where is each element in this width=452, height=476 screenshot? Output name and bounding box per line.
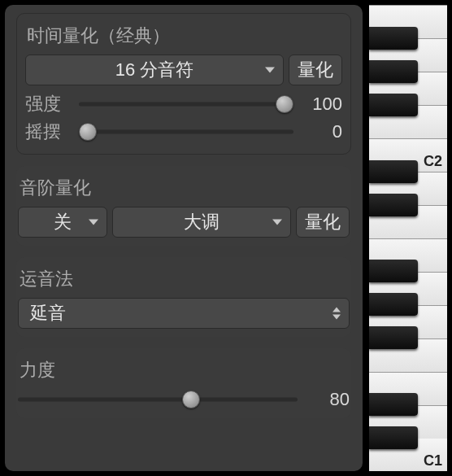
velocity-row: 80 (18, 389, 350, 410)
scale-quantize-section: 音阶量化 关 大调 量化 (16, 166, 351, 246)
time-quantize-row: 16 分音符 量化 (25, 55, 342, 85)
piano-black-key[interactable] (369, 160, 418, 183)
chevron-down-icon (265, 68, 275, 73)
scale-root-value: 关 (54, 210, 72, 234)
piano-black-key[interactable] (369, 94, 418, 116)
piano-black-key[interactable] (369, 293, 418, 316)
strength-slider[interactable] (79, 94, 293, 114)
articulation-value: 延音 (30, 301, 66, 325)
strength-label: 强度 (25, 92, 71, 116)
inspector-panel: 时间量化（经典） 16 分音符 量化 强度 100 摇 (5, 5, 363, 471)
strength-value: 100 (302, 94, 342, 115)
time-quantize-resolution-value: 16 分音符 (115, 58, 194, 82)
piano-black-key[interactable] (369, 194, 418, 216)
piano-keyboard[interactable]: C1C2 (369, 5, 447, 471)
time-quantize-button[interactable]: 量化 (289, 55, 342, 85)
scale-quantize-row: 关 大调 量化 (18, 207, 350, 238)
articulation-dropdown[interactable]: 延音 (18, 298, 350, 329)
velocity-value: 80 (309, 389, 350, 410)
scale-quantize-button[interactable]: 量化 (296, 207, 350, 238)
swing-value: 0 (302, 121, 342, 142)
piano-black-key[interactable] (369, 426, 418, 449)
swing-label: 摇摆 (25, 120, 71, 144)
chevron-down-icon (272, 220, 282, 225)
time-quantize-title: 时间量化（经典） (27, 24, 341, 48)
piano-black-key[interactable] (369, 260, 418, 282)
strength-row: 强度 100 (25, 90, 342, 118)
piano-black-key[interactable] (369, 393, 418, 416)
scale-type-dropdown[interactable]: 大调 (112, 207, 291, 238)
root: 时间量化（经典） 16 分音符 量化 强度 100 摇 (0, 0, 452, 476)
piano-black-key[interactable] (369, 27, 418, 50)
updown-icon (332, 308, 341, 320)
scale-quantize-title: 音阶量化 (20, 176, 348, 200)
velocity-knob[interactable] (182, 391, 200, 408)
time-quantize-section: 时间量化（经典） 16 分音符 量化 强度 100 摇 (16, 13, 351, 155)
velocity-slider[interactable] (18, 390, 298, 409)
articulation-section: 运音法 延音 (16, 257, 351, 337)
velocity-section: 力度 80 (16, 348, 351, 418)
strength-knob[interactable] (276, 95, 293, 113)
swing-row: 摇摆 0 (25, 118, 342, 146)
piano-black-key[interactable] (369, 60, 418, 83)
chevron-down-icon (89, 220, 98, 225)
scale-root-dropdown[interactable]: 关 (18, 207, 107, 238)
scale-type-value: 大调 (184, 210, 219, 234)
piano-black-key[interactable] (369, 326, 418, 349)
articulation-title: 运音法 (20, 267, 348, 291)
time-quantize-resolution-dropdown[interactable]: 16 分音符 (25, 55, 284, 85)
swing-knob[interactable] (79, 123, 97, 141)
swing-slider[interactable] (79, 122, 293, 142)
velocity-title: 力度 (20, 358, 348, 382)
